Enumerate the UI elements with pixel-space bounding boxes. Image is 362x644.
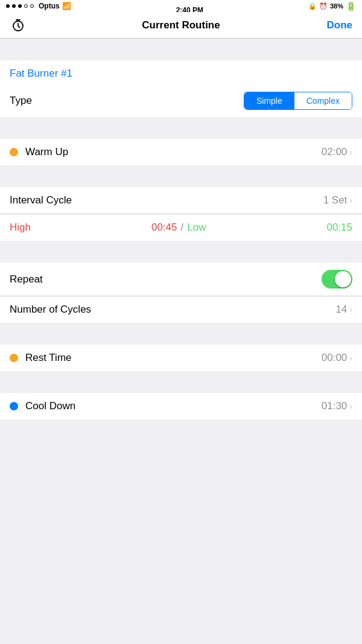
rest-time-dot [10,354,18,362]
cool-down-row-left: Cool Down [10,400,75,412]
interval-section: Interval Cycle 1 Set › High 00:45 / Low … [0,187,362,241]
repeat-row: Repeat [0,263,362,296]
number-of-cycles-value: 14 › [335,304,352,316]
warmup-chevron: › [349,147,352,157]
routine-name-label: Fat Burner #1 [10,68,72,79]
status-bar: Optus 📶 2:40 PM 🔒 ⏰ 38% 🔋 [0,0,362,12]
carrier-label: Optus [39,2,60,10]
interval-cycle-row[interactable]: Interval Cycle 1 Set › [0,187,362,214]
battery-icon: 🔋 [346,1,356,11]
toggle-knob [335,271,351,287]
lock-icon: 🔒 [308,2,317,10]
warmup-dot [10,148,18,156]
warmup-time: 02:00 [322,146,348,158]
repeat-toggle[interactable] [322,270,352,289]
wifi-icon: 📶 [62,2,71,10]
section-gap-5 [0,371,362,393]
routine-name-section: Fat Burner #1 [0,60,362,84]
status-left: Optus 📶 [6,2,71,10]
section-gap-top [0,39,362,60]
type-section: Type Simple Complex [0,84,362,117]
cool-down-chevron: › [349,401,352,411]
section-gap-3 [0,241,362,263]
signal-dot-5 [30,4,34,8]
warmup-row-left: Warm Up [10,146,68,158]
interval-separator: / [181,222,184,234]
cool-down-row[interactable]: Cool Down 01:30 › [0,393,362,419]
interval-cycle-value: 1 Set › [323,194,352,206]
battery-label: 38% [330,2,343,10]
interval-high-low-row: High 00:45 / Low 00:15 [0,214,362,241]
type-row: Type Simple Complex [0,84,362,117]
interval-low-time: 00:15 [326,222,352,234]
number-of-cycles-chevron: › [349,305,352,314]
interval-cycle-chevron: › [349,196,352,205]
nav-title: Current Routine [142,19,220,31]
number-of-cycles-number: 14 [335,304,347,316]
type-complex-button[interactable]: Complex [294,92,352,109]
warmup-label: Warm Up [25,146,68,158]
bottom-area [0,419,362,492]
interval-cycle-label: Interval Cycle [10,194,72,206]
rest-time-section: Rest Time 00:00 › [0,345,362,371]
rest-time-value: 00:00 › [322,352,352,364]
rest-time-chevron: › [349,353,352,363]
cool-down-time: 01:30 [322,400,348,412]
interval-high-label: High [10,222,31,234]
type-selector[interactable]: Simple Complex [244,92,352,110]
alarm-icon: ⏰ [319,2,328,10]
section-gap-4 [0,323,362,345]
warmup-section: Warm Up 02:00 › [0,139,362,165]
routine-name-header: Fat Burner #1 [0,60,362,84]
timer-icon[interactable] [10,17,27,34]
number-of-cycles-row[interactable]: Number of Cycles 14 › [0,296,362,323]
warmup-row[interactable]: Warm Up 02:00 › [0,139,362,165]
status-right: 🔒 ⏰ 38% 🔋 [308,1,356,11]
warmup-value: 02:00 › [322,146,352,158]
nav-bar: Current Routine Done [0,12,362,39]
repeat-label: Repeat [10,273,43,285]
done-button[interactable]: Done [327,19,353,31]
rest-time-row[interactable]: Rest Time 00:00 › [0,345,362,371]
signal-dot-3 [18,4,22,8]
rest-time-time: 00:00 [322,352,348,364]
cool-down-dot [10,402,18,410]
signal-dot-1 [6,4,10,8]
interval-high-time: 00:45 [151,222,177,234]
section-gap-1 [0,117,362,139]
repeat-section: Repeat Number of Cycles 14 › [0,263,362,323]
signal-dot-2 [12,4,16,8]
interval-center: 00:45 / Low [151,222,206,234]
rest-time-label: Rest Time [25,352,72,364]
cool-down-label: Cool Down [25,400,75,412]
number-of-cycles-label: Number of Cycles [10,304,91,316]
section-gap-2 [0,165,362,187]
interval-low-label: Low [187,222,206,234]
rest-time-row-left: Rest Time [10,352,72,364]
interval-set-value: 1 Set [323,194,348,206]
cool-down-section: Cool Down 01:30 › [0,393,362,419]
type-label: Type [10,95,32,107]
cool-down-value: 01:30 › [322,400,352,412]
type-simple-button[interactable]: Simple [244,92,294,109]
signal-dot-4 [24,4,28,8]
